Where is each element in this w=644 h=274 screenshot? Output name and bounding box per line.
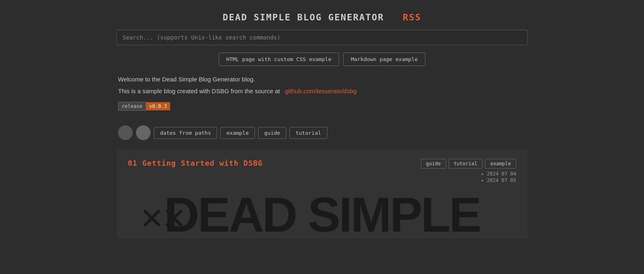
html-page-link-button[interactable]: HTML page with custom CSS example — [219, 53, 339, 66]
filter-tag-guide[interactable]: guide — [258, 127, 286, 139]
site-title-text: DEAD SIMPLE BLOG GENERATOR — [223, 12, 384, 22]
badges: release v0.0.3 — [116, 102, 528, 111]
post-tag-example[interactable]: example — [485, 159, 516, 169]
filter-row: dates from paths example guide tutorial — [116, 125, 528, 140]
filter-tag-dates-from-paths[interactable]: dates from paths — [154, 127, 217, 139]
post-dates: ✦ 2024 07 04 ✦ 2024 07 05 — [481, 171, 516, 183]
search-input[interactable] — [116, 30, 528, 45]
post-date-modified: ✦ 2024 07 05 — [481, 178, 516, 183]
post-card: 01 Getting Started with DSBG guide tutor… — [116, 149, 528, 239]
markdown-page-link-button[interactable]: Markdown page example — [343, 53, 425, 66]
toggle-button-2[interactable] — [136, 125, 151, 140]
source-text: This is a sample blog created with DSBG … — [116, 88, 528, 94]
post-header: 01 Getting Started with DSBG guide tutor… — [128, 159, 516, 183]
toggle-button-1[interactable] — [118, 125, 133, 140]
post-bg-decoration-text: DEAD SIMPLE — [164, 186, 480, 239]
post-tags-row: guide tutorial example — [421, 159, 517, 169]
source-link[interactable]: github.com/tesserato/dsbg — [285, 88, 357, 94]
post-tag-guide[interactable]: guide — [421, 159, 446, 169]
post-bg-decoration-icon: ✕✕ — [141, 198, 185, 235]
post-title[interactable]: 01 Getting Started with DSBG — [128, 159, 263, 167]
post-tag-tutorial[interactable]: tutorial — [449, 159, 483, 169]
filter-tag-tutorial[interactable]: tutorial — [289, 127, 327, 139]
post-date-created: ✦ 2024 07 04 — [481, 171, 516, 177]
release-badge: release — [118, 102, 146, 111]
rss-link[interactable]: RSS — [403, 12, 421, 22]
welcome-text: Welcome to the Dead Simple Blog Generato… — [116, 76, 528, 83]
site-title: DEAD SIMPLE BLOG GENERATOR RSS — [116, 8, 528, 22]
post-tags-meta: guide tutorial example ✦ 2024 07 04 ✦ 20… — [421, 159, 517, 183]
page-links: HTML page with custom CSS example Markdo… — [116, 53, 528, 66]
source-prefix: This is a sample blog created with DSBG … — [118, 88, 280, 94]
version-badge: v0.0.3 — [146, 102, 170, 110]
filter-tag-example[interactable]: example — [220, 127, 255, 139]
